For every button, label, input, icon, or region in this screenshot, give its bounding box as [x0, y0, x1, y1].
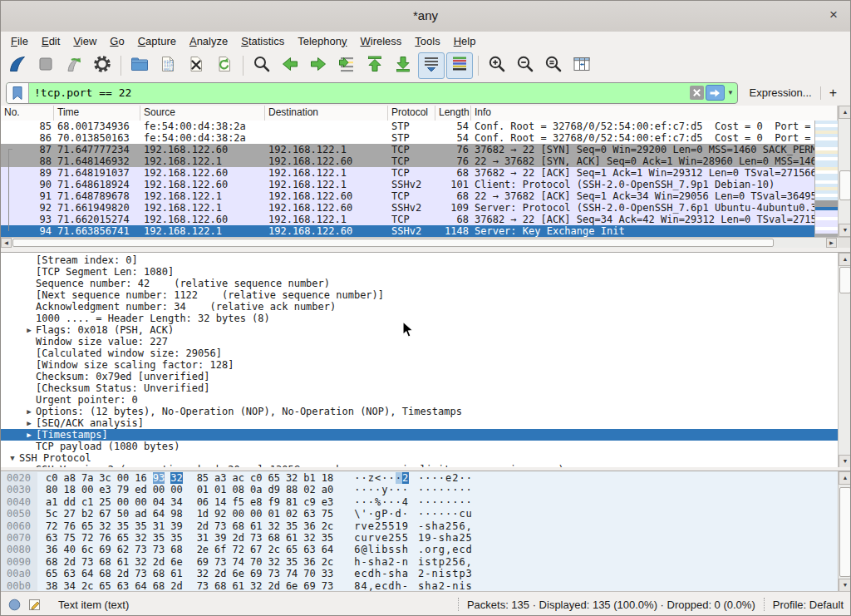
hex-byte[interactable]: 79: [117, 484, 129, 495]
hex-byte[interactable]: 36: [303, 520, 315, 532]
hex-byte[interactable]: 68: [268, 532, 279, 544]
hex-byte[interactable]: b1: [303, 472, 315, 484]
expression-button[interactable]: Expression...: [738, 86, 820, 99]
detail-line[interactable]: [TCP Segment Len: 1080]: [1, 266, 838, 278]
zoom-out-button[interactable]: [512, 52, 539, 79]
hex-byte[interactable]: 01: [268, 508, 279, 520]
hex-byte[interactable]: 75: [63, 532, 75, 544]
hex-byte[interactable]: 92: [214, 508, 226, 520]
menu-help[interactable]: Help: [447, 32, 483, 51]
menu-edit[interactable]: Edit: [35, 32, 66, 51]
hex-byte[interactable]: 33: [322, 568, 333, 579]
menu-capture[interactable]: Capture: [131, 32, 183, 51]
auto-scroll-button[interactable]: [418, 52, 445, 79]
hex-byte[interactable]: c1: [81, 496, 93, 508]
hex-byte[interactable]: 32: [268, 556, 279, 568]
hex-byte[interactable]: 2d: [170, 580, 182, 592]
hex-byte[interactable]: 68: [99, 568, 111, 579]
detail-line[interactable]: [Window size scaling factor: 128]: [1, 359, 838, 371]
hex-byte[interactable]: 62: [117, 544, 129, 555]
hex-byte[interactable]: 65: [46, 568, 57, 579]
bytes-vscrollbar[interactable]: ▲ ▼: [838, 471, 851, 592]
detail-line[interactable]: Sequence number: 42 (relative sequence n…: [1, 278, 838, 289]
detail-line[interactable]: ▼SSH Protocol: [1, 452, 838, 464]
hex-byte[interactable]: ed: [135, 484, 146, 495]
hex-byte[interactable]: 27: [63, 508, 75, 520]
hex-byte[interactable]: 73: [135, 544, 146, 555]
capture-stop-button[interactable]: [32, 52, 59, 79]
hex-byte[interactable]: 81: [286, 496, 298, 508]
hex-byte[interactable]: 63: [117, 580, 129, 592]
hex-byte[interactable]: 68: [153, 580, 165, 592]
hex-byte[interactable]: 73: [214, 520, 226, 532]
expert-info-button[interactable]: [8, 599, 21, 611]
hex-byte[interactable]: 63: [46, 532, 57, 544]
hex-byte[interactable]: 32: [268, 520, 279, 532]
column-header-info[interactable]: Info: [471, 106, 838, 121]
hex-byte[interactable]: 32: [135, 556, 146, 568]
scroll-down-arrow[interactable]: ▼: [839, 579, 851, 592]
hex-byte[interactable]: 31: [153, 520, 165, 532]
go-forward-button[interactable]: [305, 52, 332, 79]
go-back-button[interactable]: [277, 52, 303, 79]
hex-byte[interactable]: 93: [153, 472, 165, 484]
hex-byte[interactable]: 68: [233, 520, 244, 532]
hex-byte[interactable]: 67: [99, 508, 111, 520]
hex-byte[interactable]: 2c: [81, 580, 93, 592]
capture-restart-button[interactable]: [61, 52, 87, 79]
expander-open-icon[interactable]: ▼: [6, 452, 19, 464]
hex-byte[interactable]: 04: [153, 496, 165, 508]
menu-go[interactable]: Go: [103, 32, 130, 51]
hex-byte[interactable]: 74: [233, 556, 244, 568]
detail-line[interactable]: Acknowledgment number: 34 (relative ack …: [1, 301, 838, 313]
hex-byte[interactable]: 01: [214, 484, 226, 495]
hex-byte[interactable]: 63: [63, 568, 75, 579]
go-first-button[interactable]: [362, 52, 388, 79]
hex-byte[interactable]: 00: [170, 484, 182, 495]
hex-byte[interactable]: 65: [286, 544, 298, 555]
packet-row-86[interactable]: 8670.013850163fe:54:00:d4:38:2aSTP54Conf…: [1, 132, 814, 144]
capture-options-button[interactable]: [89, 52, 116, 79]
hex-byte[interactable]: 68: [214, 580, 226, 592]
hex-row-0080[interactable]: 008036406c69627373682e6f72672c6563646@li…: [1, 544, 838, 555]
hex-byte[interactable]: 00: [233, 508, 244, 520]
column-header-no[interactable]: No.: [1, 106, 54, 121]
hex-byte[interactable]: 65: [81, 520, 93, 532]
details-vscrollbar[interactable]: ▲ ▼: [838, 253, 851, 468]
detail-line[interactable]: Window size value: 227: [1, 336, 838, 347]
hex-byte[interactable]: a1: [46, 496, 57, 508]
hex-byte[interactable]: dd: [63, 496, 75, 508]
detail-line[interactable]: 1000 .... = Header Length: 32 bytes (8): [1, 313, 838, 324]
hex-byte[interactable]: 6c: [81, 544, 93, 555]
expander-closed-icon[interactable]: ▶: [22, 429, 36, 441]
hex-byte[interactable]: 76: [99, 532, 111, 544]
hex-byte[interactable]: 72: [233, 544, 244, 555]
hex-byte[interactable]: 34: [170, 496, 182, 508]
hex-byte[interactable]: 73: [81, 556, 93, 568]
hex-byte[interactable]: 69: [303, 580, 315, 592]
hex-byte[interactable]: 64: [81, 568, 93, 579]
menu-tools[interactable]: Tools: [408, 32, 446, 51]
hex-byte[interactable]: 69: [99, 544, 111, 555]
hex-byte[interactable]: 61: [286, 532, 298, 544]
hex-byte[interactable]: 6e: [286, 580, 298, 592]
detail-line[interactable]: ▶[SEQ/ACK analysis]: [1, 417, 838, 429]
hex-byte[interactable]: 08: [233, 484, 244, 495]
hex-byte[interactable]: f5: [233, 496, 244, 508]
hex-byte[interactable]: 0a: [250, 484, 262, 495]
hex-byte[interactable]: 61: [170, 568, 182, 579]
hex-byte[interactable]: 73: [268, 568, 279, 579]
hex-byte[interactable]: d9: [268, 484, 279, 495]
hex-byte[interactable]: 70: [250, 556, 262, 568]
hex-byte[interactable]: 35: [286, 556, 298, 568]
scroll-down-arrow[interactable]: ▼: [839, 224, 851, 237]
hex-byte[interactable]: 32: [99, 520, 111, 532]
hex-byte[interactable]: 63: [303, 544, 315, 555]
file-reload-button[interactable]: [211, 52, 238, 79]
hex-byte[interactable]: 2d: [214, 568, 226, 579]
detail-line[interactable]: ▶[Timestamps]: [1, 429, 838, 441]
hex-byte[interactable]: 14: [214, 496, 226, 508]
hex-byte[interactable]: 68: [153, 568, 165, 579]
hex-byte[interactable]: 2c: [322, 520, 333, 532]
packet-row-91[interactable]: 9171.648789678192.168.122.1192.168.122.6…: [1, 190, 814, 202]
